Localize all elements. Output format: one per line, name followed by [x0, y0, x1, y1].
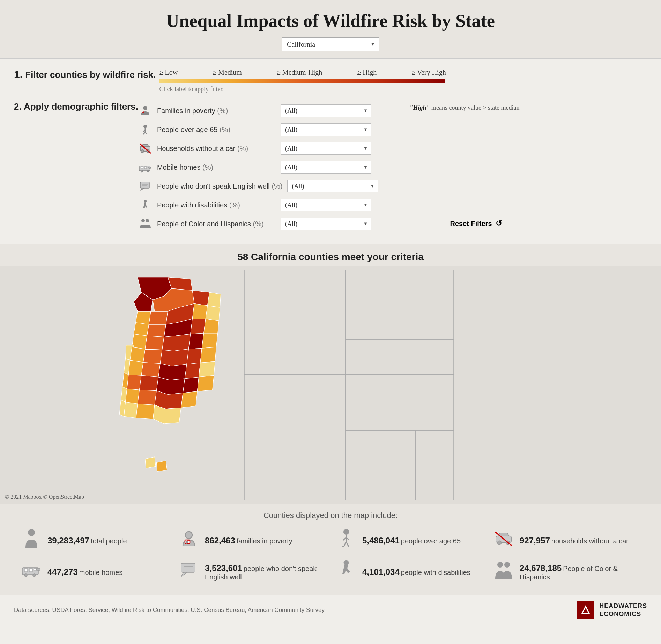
- county-path[interactable]: [197, 375, 214, 391]
- filter-no-car: Households without a car (%) (All)HighVe…: [138, 139, 378, 158]
- total-people-desc: total people: [91, 537, 127, 545]
- risk-label-very-high[interactable]: ≥ Very High: [411, 68, 453, 76]
- families-poverty-select-wrapper[interactable]: (All)HighVery High ▼: [281, 104, 371, 117]
- county-path[interactable]: [192, 291, 209, 306]
- step2-number: 2.: [14, 101, 22, 112]
- state-select-wrapper[interactable]: AlabamaAlaskaArizonaArkansasCaliforniaCo…: [282, 37, 379, 51]
- mobile-homes-select-wrapper[interactable]: (All)HighVery High ▼: [281, 161, 371, 174]
- county-path[interactable]: [138, 390, 156, 405]
- svg-point-35: [185, 532, 192, 539]
- county-path[interactable]: [156, 461, 167, 471]
- county-path[interactable]: [185, 363, 200, 379]
- svg-rect-20: [140, 182, 149, 188]
- header-section: Unequal Impacts of Wildfire Risk by Stat…: [0, 0, 661, 59]
- county-path[interactable]: [132, 334, 147, 349]
- filter-no-english: People who don't speak English well (%) …: [138, 177, 378, 196]
- svg-text:$: $: [143, 110, 144, 114]
- county-path[interactable]: [147, 324, 166, 337]
- county-path[interactable]: [206, 306, 220, 321]
- people-of-color-select[interactable]: (All)HighVery High: [281, 218, 371, 230]
- svg-point-56: [33, 574, 36, 577]
- no-car-select[interactable]: (All)HighVery High: [281, 142, 371, 155]
- families-poverty-select[interactable]: (All)HighVery High: [281, 104, 371, 117]
- families-poverty-desc: families in poverty: [237, 537, 292, 545]
- mobile-homes-desc: mobile homes: [79, 569, 123, 576]
- county-path[interactable]: [136, 311, 151, 324]
- county-path[interactable]: [188, 333, 203, 349]
- county-path[interactable]: [208, 292, 221, 307]
- county-path[interactable]: [145, 336, 164, 350]
- risk-label-low[interactable]: ≥ Low: [159, 68, 185, 76]
- stat-mobile-homes: 447,273 mobile homes: [21, 560, 168, 584]
- over-65-select[interactable]: (All)HighVery High: [281, 123, 371, 136]
- county-path[interactable]: [145, 457, 156, 468]
- svg-point-55: [24, 574, 27, 577]
- county-path[interactable]: [158, 364, 187, 380]
- county-path[interactable]: [199, 361, 215, 377]
- no-english-label: People who don't speak English well (%): [157, 182, 283, 190]
- map-title: 58 California counties meet your criteri…: [0, 244, 661, 266]
- no-english-select-wrapper[interactable]: (All)HighVery High ▼: [287, 180, 378, 192]
- disabilities-select-wrapper[interactable]: (All)HighVery High ▼: [281, 199, 371, 211]
- county-path[interactable]: [126, 389, 140, 404]
- risk-label-medium[interactable]: ≥ Medium: [213, 68, 249, 76]
- stat-people-of-color-text: 24,678,185 People of Color & Hispanics: [520, 563, 640, 581]
- county-path[interactable]: [128, 360, 143, 375]
- svg-rect-27: [244, 270, 346, 374]
- footer-logo: HEADWATERS ECONOMICS: [577, 601, 647, 619]
- people-of-color-select-wrapper[interactable]: (All)HighVery High ▼: [281, 218, 371, 230]
- county-path[interactable]: [202, 333, 218, 348]
- state-select[interactable]: AlabamaAlaskaArizonaArkansasCaliforniaCo…: [282, 37, 379, 51]
- stat-families-poverty: $ 862,463 families in poverty: [178, 528, 325, 553]
- disabilities-select[interactable]: (All)HighVery High: [281, 199, 371, 211]
- mobile-homes-select[interactable]: (All)HighVery High: [281, 161, 371, 174]
- no-car-select-wrapper[interactable]: (All)HighVery High ▼: [281, 142, 371, 155]
- border-states-map: [244, 270, 454, 500]
- svg-rect-29: [346, 339, 454, 374]
- county-path[interactable]: [140, 375, 158, 390]
- stat-disabilities-text: 4,101,034 people with disabilities: [362, 567, 470, 577]
- reset-filters-button[interactable]: Reset Filters ↺: [399, 214, 552, 233]
- county-path[interactable]: [124, 402, 138, 418]
- county-path[interactable]: [200, 347, 216, 363]
- right-col-controls: "High" means county value > state median…: [385, 101, 552, 233]
- county-path[interactable]: [160, 349, 188, 366]
- stat-no-english-text: 3,523,601 people who don't speak English…: [205, 563, 325, 581]
- california-map: [84, 270, 244, 497]
- svg-point-10: [141, 150, 144, 153]
- county-path[interactable]: [191, 319, 206, 334]
- step1-label: 1. Filter counties by wildfire risk.: [14, 68, 156, 80]
- county-path[interactable]: [136, 404, 155, 419]
- no-car-icon: [138, 141, 152, 155]
- county-path[interactable]: [127, 375, 141, 390]
- svg-rect-58: [181, 563, 195, 572]
- county-path[interactable]: [187, 348, 202, 364]
- county-path[interactable]: [149, 311, 168, 324]
- svg-rect-54: [37, 568, 40, 570]
- stats-grid: 39,283,497 total people $: [21, 528, 640, 584]
- step2-label: 2. Apply demographic filters.: [14, 101, 138, 112]
- over-65-icon: [138, 123, 152, 137]
- over-65-select-wrapper[interactable]: (All)HighVery High ▼: [281, 123, 371, 136]
- county-path[interactable]: [192, 304, 207, 319]
- families-poverty-label: Families in poverty (%): [157, 107, 276, 115]
- risk-label-high[interactable]: ≥ High: [357, 68, 384, 76]
- risk-label-medium-high[interactable]: ≥ Medium-High: [277, 68, 329, 76]
- stat-disabilities-icon: [336, 560, 357, 584]
- stat-no-car-text: 927,957 households without a car: [520, 536, 629, 546]
- over-65-number: 5,486,041: [362, 536, 400, 545]
- no-english-select[interactable]: (All)HighVery High: [287, 180, 378, 192]
- filter-families-poverty: $ Families in poverty (%) (All)HighVery …: [138, 101, 378, 120]
- county-path[interactable]: [204, 319, 219, 333]
- stat-over-65: 5,486,041 people over age 65: [336, 528, 483, 553]
- county-path[interactable]: [134, 323, 149, 336]
- county-path[interactable]: [181, 391, 198, 408]
- county-path[interactable]: [183, 377, 199, 393]
- county-path[interactable]: [143, 349, 162, 364]
- over-65-desc: people over age 65: [401, 537, 461, 545]
- svg-point-34: [28, 529, 35, 536]
- county-path[interactable]: [130, 347, 145, 362]
- svg-line-6: [143, 132, 145, 134]
- svg-line-44: [346, 542, 349, 547]
- county-path[interactable]: [141, 362, 160, 377]
